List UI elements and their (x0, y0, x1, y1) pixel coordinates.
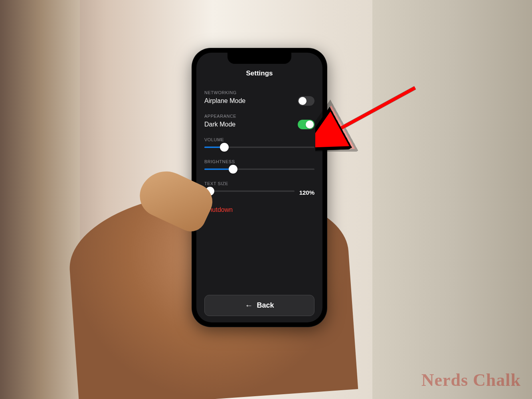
section-textsize-label: TEXT SIZE (204, 181, 314, 186)
dark-mode-row: Dark Mode (204, 120, 314, 129)
page-title: Settings (204, 69, 314, 77)
back-button-label: Back (257, 301, 274, 310)
phone-notch (227, 53, 291, 64)
airplane-mode-toggle[interactable] (298, 96, 314, 106)
arrow-left-icon: ← (245, 301, 253, 310)
airplane-mode-label: Airplane Mode (204, 97, 245, 105)
phone-screen: Settings NETWORKING Airplane Mode APPEAR… (196, 53, 322, 322)
section-brightness-label: BRIGHTNESS (204, 159, 314, 164)
section-networking-label: NETWORKING (204, 90, 314, 95)
dark-mode-label: Dark Mode (204, 121, 235, 128)
shutdown-button[interactable]: Shutdown (204, 206, 314, 213)
volume-slider[interactable] (204, 143, 314, 151)
annotation-arrow-icon (315, 80, 427, 152)
svg-line-3 (327, 88, 415, 136)
brightness-slider[interactable] (204, 165, 314, 173)
textsize-value: 120% (299, 189, 314, 196)
textsize-slider[interactable] (204, 187, 295, 195)
airplane-mode-row: Airplane Mode (204, 96, 314, 106)
section-appearance-label: APPEARANCE (204, 114, 314, 119)
back-button[interactable]: ← Back (204, 295, 314, 316)
watermark-text: Nerds Chalk (421, 370, 521, 390)
dark-mode-toggle[interactable] (298, 120, 314, 129)
phone-frame: Settings NETWORKING Airplane Mode APPEAR… (192, 48, 327, 327)
section-volume-label: VOLUME (204, 137, 314, 142)
